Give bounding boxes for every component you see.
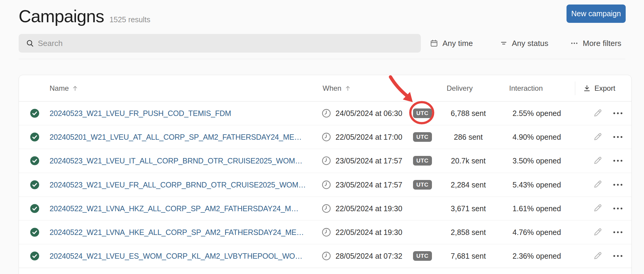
send-datetime: 22/05/2024 at 19:30: [336, 204, 402, 213]
delivery-count: 6,788 sent: [435, 109, 501, 118]
dot: [617, 208, 619, 209]
delivery-count: 2,858 sent: [435, 228, 501, 237]
clock-icon: [322, 156, 331, 166]
edit-campaign-button[interactable]: [592, 131, 603, 143]
utc-badge: UTC: [413, 132, 432, 142]
page-header: Campaigns 1525 results: [19, 6, 150, 26]
dot: [613, 208, 615, 209]
column-header-interaction: Interaction: [509, 84, 543, 93]
campaign-name-link[interactable]: 20240523_W21_LVEU_FR_PUSH_COD_TEMIS_FDM: [50, 109, 231, 118]
sort-ascending-icon: [345, 85, 351, 92]
search-input[interactable]: [19, 34, 421, 53]
campaign-name-link[interactable]: 20240523_W21_LVEU_FR_ALL_CORP_BRND_OTR_C…: [50, 180, 306, 189]
clock-icon: [322, 204, 331, 213]
clock-icon: [322, 109, 331, 118]
utc-badge: UTC: [413, 251, 432, 261]
dot: [617, 112, 619, 114]
status-filter-button[interactable]: Any status: [500, 36, 548, 50]
dot: [613, 112, 615, 114]
send-datetime: 22/05/2024 at 17:00: [336, 133, 402, 142]
dot: [621, 231, 622, 233]
row-menu-button[interactable]: [611, 108, 624, 119]
row-menu-button[interactable]: [611, 250, 624, 262]
dot: [621, 184, 622, 186]
column-header-name[interactable]: Name: [50, 84, 78, 93]
filter-icon: [500, 39, 508, 47]
edit-campaign-button[interactable]: [592, 108, 603, 119]
interaction-rate: 1.61% opened: [500, 204, 573, 213]
dot: [617, 184, 619, 186]
search-bar: [19, 34, 421, 53]
table-row: 202405201_W21_LVEU_AT_ALL_CORP_SP_AM2_FA…: [19, 125, 631, 149]
campaign-name-link[interactable]: 20240524_W21_LVEU_ES_WOM_CORP_KL_AM2_LVB…: [50, 252, 302, 260]
row-menu-button[interactable]: [611, 155, 624, 166]
dot: [617, 231, 619, 233]
export-button[interactable]: Export: [583, 84, 615, 93]
clock-icon: [322, 180, 331, 189]
pencil-icon: [593, 179, 603, 189]
row-menu-button[interactable]: [611, 179, 624, 190]
sent-status-check-icon: [30, 180, 39, 189]
table-row: 20240523_W21_LVEU_FR_PUSH_COD_TEMIS_FDM …: [19, 102, 631, 125]
dot: [617, 136, 619, 138]
delivery-count: 286 sent: [435, 133, 501, 142]
sent-status-check-icon: [30, 251, 39, 261]
calendar-icon: [430, 39, 438, 47]
sort-ascending-icon: [72, 85, 78, 92]
search-icon: [26, 39, 34, 47]
more-filters-button[interactable]: More filters: [570, 36, 621, 50]
dot: [621, 208, 622, 209]
new-campaign-button[interactable]: New campaign: [567, 5, 626, 23]
sent-status-check-icon: [30, 204, 39, 213]
table-row: 20240522_W21_LVNA_HKE_ALL_CORP_SP_AM2_FA…: [19, 221, 631, 244]
dot: [613, 184, 615, 186]
clock-icon: [322, 132, 331, 142]
pencil-icon: [593, 132, 603, 142]
row-menu-button[interactable]: [611, 131, 624, 143]
clock-icon: [322, 228, 331, 237]
campaign-name-link[interactable]: 20240522_W21_LVNA_HKZ_ALL_CORP_SP_AM2_FA…: [50, 204, 299, 213]
send-datetime: 28/05/2024 at 07:32: [336, 252, 402, 260]
dot: [621, 136, 622, 138]
row-menu-button[interactable]: [611, 227, 624, 238]
edit-campaign-button[interactable]: [592, 203, 603, 214]
interaction-rate: 3.50% opened: [500, 157, 573, 165]
edit-campaign-button[interactable]: [592, 250, 603, 262]
interaction-rate: 4.90% opened: [500, 133, 573, 142]
status-filter-label: Any status: [512, 39, 548, 48]
campaign-name-link[interactable]: 20240523_W21_LVEU_IT_ALL_CORP_BRND_OTR_C…: [50, 157, 302, 165]
time-filter-button[interactable]: Any time: [430, 36, 473, 50]
send-datetime: 23/05/2024 at 17:57: [336, 157, 402, 165]
send-datetime: 23/05/2024 at 17:57: [336, 180, 402, 189]
edit-campaign-button[interactable]: [592, 155, 603, 166]
pencil-icon: [593, 155, 603, 166]
utc-badge: UTC: [413, 180, 432, 190]
pencil-icon: [593, 251, 603, 261]
sent-status-check-icon: [30, 132, 39, 142]
campaign-name-link[interactable]: 202405201_W21_LVEU_AT_ALL_CORP_SP_AM2_FA…: [50, 133, 302, 142]
interaction-rate: 5.43% opened: [500, 180, 573, 189]
column-header-when[interactable]: When: [323, 84, 351, 93]
edit-campaign-button[interactable]: [592, 227, 603, 238]
campaign-name-link[interactable]: 20240522_W21_LVNA_HKE_ALL_CORP_SP_AM2_FA…: [50, 228, 304, 237]
pencil-icon: [593, 203, 603, 213]
table-row: 20240522_W21_LVNA_HKZ_ALL_CORP_SP_AM2_FA…: [19, 197, 631, 221]
send-datetime: 22/05/2024 at 19:30: [336, 228, 402, 237]
toolbar-divider: [19, 59, 625, 59]
pencil-icon: [593, 227, 603, 237]
row-menu-button[interactable]: [611, 203, 624, 214]
dot: [621, 160, 622, 162]
dot: [613, 160, 615, 162]
dot: [621, 112, 622, 114]
utc-badge: UTC: [413, 108, 432, 118]
more-filters-label: More filters: [583, 39, 621, 48]
edit-campaign-button[interactable]: [592, 179, 603, 190]
table-header-row: Name When Delivery Interaction Export: [19, 75, 631, 102]
dot: [613, 255, 615, 257]
sent-status-check-icon: [30, 228, 39, 237]
delivery-count: 2,284 sent: [435, 180, 501, 189]
campaigns-table: Name When Delivery Interaction Export: [19, 75, 632, 274]
header-divider: [575, 81, 575, 95]
dot: [613, 231, 615, 233]
delivery-count: 20.7k sent: [435, 157, 501, 165]
